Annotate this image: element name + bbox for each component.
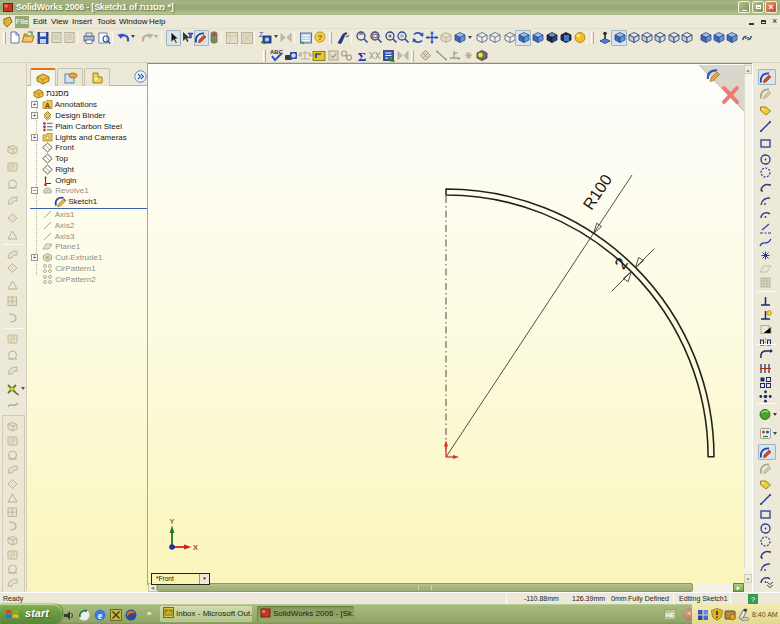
svg-text:R100: R100	[580, 171, 615, 212]
svg-text:Y: Y	[170, 517, 175, 526]
svg-text:A: A	[45, 101, 51, 110]
svg-text:?: ?	[318, 33, 323, 42]
svg-text:X: X	[193, 543, 198, 552]
svg-text:?: ?	[751, 595, 756, 604]
svg-text:Σ: Σ	[357, 49, 366, 64]
svg-text:e: e	[98, 610, 103, 621]
